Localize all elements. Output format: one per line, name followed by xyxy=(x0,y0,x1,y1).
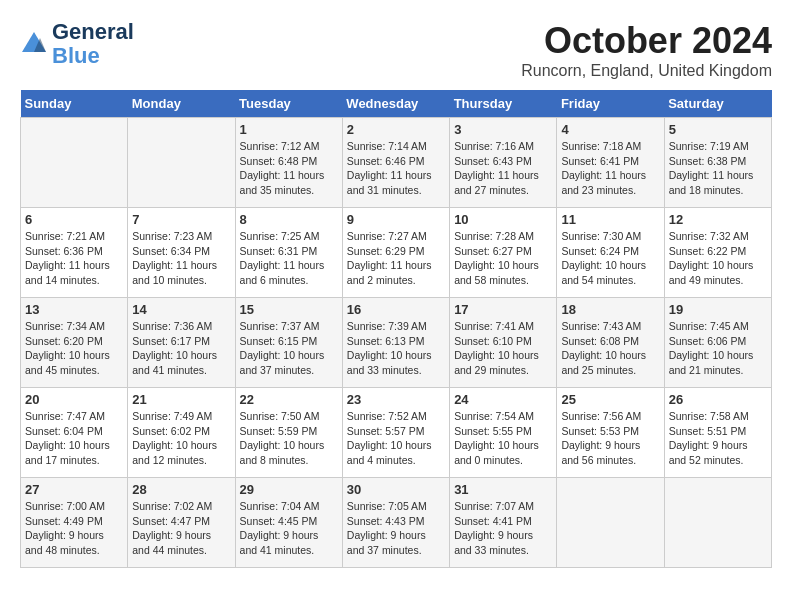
calendar-cell: 31Sunrise: 7:07 AM Sunset: 4:41 PM Dayli… xyxy=(450,478,557,568)
day-info: Sunrise: 7:16 AM Sunset: 6:43 PM Dayligh… xyxy=(454,139,552,198)
calendar-cell: 29Sunrise: 7:04 AM Sunset: 4:45 PM Dayli… xyxy=(235,478,342,568)
day-info: Sunrise: 7:49 AM Sunset: 6:02 PM Dayligh… xyxy=(132,409,230,468)
day-number: 24 xyxy=(454,392,552,407)
day-info: Sunrise: 7:19 AM Sunset: 6:38 PM Dayligh… xyxy=(669,139,767,198)
calendar-cell: 25Sunrise: 7:56 AM Sunset: 5:53 PM Dayli… xyxy=(557,388,664,478)
calendar-cell: 3Sunrise: 7:16 AM Sunset: 6:43 PM Daylig… xyxy=(450,118,557,208)
calendar-cell: 2Sunrise: 7:14 AM Sunset: 6:46 PM Daylig… xyxy=(342,118,449,208)
day-info: Sunrise: 7:14 AM Sunset: 6:46 PM Dayligh… xyxy=(347,139,445,198)
logo-text: General Blue xyxy=(52,20,134,68)
calendar-cell: 17Sunrise: 7:41 AM Sunset: 6:10 PM Dayli… xyxy=(450,298,557,388)
calendar-cell: 10Sunrise: 7:28 AM Sunset: 6:27 PM Dayli… xyxy=(450,208,557,298)
day-info: Sunrise: 7:43 AM Sunset: 6:08 PM Dayligh… xyxy=(561,319,659,378)
calendar-cell: 6Sunrise: 7:21 AM Sunset: 6:36 PM Daylig… xyxy=(21,208,128,298)
calendar-cell: 22Sunrise: 7:50 AM Sunset: 5:59 PM Dayli… xyxy=(235,388,342,478)
day-number: 13 xyxy=(25,302,123,317)
calendar-week-row: 27Sunrise: 7:00 AM Sunset: 4:49 PM Dayli… xyxy=(21,478,772,568)
day-number: 29 xyxy=(240,482,338,497)
weekday-header-tuesday: Tuesday xyxy=(235,90,342,118)
calendar-cell: 28Sunrise: 7:02 AM Sunset: 4:47 PM Dayli… xyxy=(128,478,235,568)
day-info: Sunrise: 7:36 AM Sunset: 6:17 PM Dayligh… xyxy=(132,319,230,378)
day-number: 31 xyxy=(454,482,552,497)
day-number: 12 xyxy=(669,212,767,227)
day-number: 28 xyxy=(132,482,230,497)
calendar-cell: 18Sunrise: 7:43 AM Sunset: 6:08 PM Dayli… xyxy=(557,298,664,388)
day-info: Sunrise: 7:18 AM Sunset: 6:41 PM Dayligh… xyxy=(561,139,659,198)
day-number: 9 xyxy=(347,212,445,227)
calendar-cell: 11Sunrise: 7:30 AM Sunset: 6:24 PM Dayli… xyxy=(557,208,664,298)
day-number: 8 xyxy=(240,212,338,227)
day-info: Sunrise: 7:54 AM Sunset: 5:55 PM Dayligh… xyxy=(454,409,552,468)
calendar-table: SundayMondayTuesdayWednesdayThursdayFrid… xyxy=(20,90,772,568)
day-info: Sunrise: 7:00 AM Sunset: 4:49 PM Dayligh… xyxy=(25,499,123,558)
weekday-header-saturday: Saturday xyxy=(664,90,771,118)
day-number: 26 xyxy=(669,392,767,407)
calendar-cell xyxy=(664,478,771,568)
day-number: 6 xyxy=(25,212,123,227)
calendar-cell: 14Sunrise: 7:36 AM Sunset: 6:17 PM Dayli… xyxy=(128,298,235,388)
weekday-header-sunday: Sunday xyxy=(21,90,128,118)
day-info: Sunrise: 7:56 AM Sunset: 5:53 PM Dayligh… xyxy=(561,409,659,468)
day-info: Sunrise: 7:58 AM Sunset: 5:51 PM Dayligh… xyxy=(669,409,767,468)
calendar-cell: 7Sunrise: 7:23 AM Sunset: 6:34 PM Daylig… xyxy=(128,208,235,298)
title-area: October 2024 Runcorn, England, United Ki… xyxy=(521,20,772,80)
day-info: Sunrise: 7:27 AM Sunset: 6:29 PM Dayligh… xyxy=(347,229,445,288)
calendar-cell: 26Sunrise: 7:58 AM Sunset: 5:51 PM Dayli… xyxy=(664,388,771,478)
day-number: 14 xyxy=(132,302,230,317)
day-info: Sunrise: 7:25 AM Sunset: 6:31 PM Dayligh… xyxy=(240,229,338,288)
day-info: Sunrise: 7:47 AM Sunset: 6:04 PM Dayligh… xyxy=(25,409,123,468)
day-number: 1 xyxy=(240,122,338,137)
day-info: Sunrise: 7:34 AM Sunset: 6:20 PM Dayligh… xyxy=(25,319,123,378)
day-info: Sunrise: 7:30 AM Sunset: 6:24 PM Dayligh… xyxy=(561,229,659,288)
day-number: 2 xyxy=(347,122,445,137)
calendar-week-row: 20Sunrise: 7:47 AM Sunset: 6:04 PM Dayli… xyxy=(21,388,772,478)
calendar-cell: 15Sunrise: 7:37 AM Sunset: 6:15 PM Dayli… xyxy=(235,298,342,388)
day-number: 21 xyxy=(132,392,230,407)
day-info: Sunrise: 7:04 AM Sunset: 4:45 PM Dayligh… xyxy=(240,499,338,558)
day-number: 17 xyxy=(454,302,552,317)
calendar-cell: 20Sunrise: 7:47 AM Sunset: 6:04 PM Dayli… xyxy=(21,388,128,478)
day-number: 20 xyxy=(25,392,123,407)
location: Runcorn, England, United Kingdom xyxy=(521,62,772,80)
weekday-header-thursday: Thursday xyxy=(450,90,557,118)
calendar-week-row: 6Sunrise: 7:21 AM Sunset: 6:36 PM Daylig… xyxy=(21,208,772,298)
day-info: Sunrise: 7:23 AM Sunset: 6:34 PM Dayligh… xyxy=(132,229,230,288)
calendar-cell: 24Sunrise: 7:54 AM Sunset: 5:55 PM Dayli… xyxy=(450,388,557,478)
calendar-cell: 9Sunrise: 7:27 AM Sunset: 6:29 PM Daylig… xyxy=(342,208,449,298)
page-header: General Blue October 2024 Runcorn, Engla… xyxy=(20,20,772,80)
day-info: Sunrise: 7:37 AM Sunset: 6:15 PM Dayligh… xyxy=(240,319,338,378)
calendar-cell: 4Sunrise: 7:18 AM Sunset: 6:41 PM Daylig… xyxy=(557,118,664,208)
weekday-header-row: SundayMondayTuesdayWednesdayThursdayFrid… xyxy=(21,90,772,118)
calendar-cell: 16Sunrise: 7:39 AM Sunset: 6:13 PM Dayli… xyxy=(342,298,449,388)
calendar-cell: 30Sunrise: 7:05 AM Sunset: 4:43 PM Dayli… xyxy=(342,478,449,568)
day-info: Sunrise: 7:28 AM Sunset: 6:27 PM Dayligh… xyxy=(454,229,552,288)
day-number: 3 xyxy=(454,122,552,137)
weekday-header-friday: Friday xyxy=(557,90,664,118)
day-number: 16 xyxy=(347,302,445,317)
day-number: 23 xyxy=(347,392,445,407)
calendar-cell: 1Sunrise: 7:12 AM Sunset: 6:48 PM Daylig… xyxy=(235,118,342,208)
day-info: Sunrise: 7:12 AM Sunset: 6:48 PM Dayligh… xyxy=(240,139,338,198)
day-number: 18 xyxy=(561,302,659,317)
logo-icon xyxy=(20,30,48,58)
day-info: Sunrise: 7:21 AM Sunset: 6:36 PM Dayligh… xyxy=(25,229,123,288)
calendar-cell: 27Sunrise: 7:00 AM Sunset: 4:49 PM Dayli… xyxy=(21,478,128,568)
day-info: Sunrise: 7:05 AM Sunset: 4:43 PM Dayligh… xyxy=(347,499,445,558)
day-info: Sunrise: 7:02 AM Sunset: 4:47 PM Dayligh… xyxy=(132,499,230,558)
weekday-header-monday: Monday xyxy=(128,90,235,118)
day-info: Sunrise: 7:32 AM Sunset: 6:22 PM Dayligh… xyxy=(669,229,767,288)
calendar-week-row: 13Sunrise: 7:34 AM Sunset: 6:20 PM Dayli… xyxy=(21,298,772,388)
day-info: Sunrise: 7:41 AM Sunset: 6:10 PM Dayligh… xyxy=(454,319,552,378)
day-number: 22 xyxy=(240,392,338,407)
day-number: 7 xyxy=(132,212,230,227)
day-info: Sunrise: 7:45 AM Sunset: 6:06 PM Dayligh… xyxy=(669,319,767,378)
logo: General Blue xyxy=(20,20,134,68)
calendar-week-row: 1Sunrise: 7:12 AM Sunset: 6:48 PM Daylig… xyxy=(21,118,772,208)
month-title: October 2024 xyxy=(521,20,772,62)
day-info: Sunrise: 7:50 AM Sunset: 5:59 PM Dayligh… xyxy=(240,409,338,468)
calendar-cell: 23Sunrise: 7:52 AM Sunset: 5:57 PM Dayli… xyxy=(342,388,449,478)
calendar-cell: 13Sunrise: 7:34 AM Sunset: 6:20 PM Dayli… xyxy=(21,298,128,388)
calendar-cell: 21Sunrise: 7:49 AM Sunset: 6:02 PM Dayli… xyxy=(128,388,235,478)
day-number: 19 xyxy=(669,302,767,317)
day-info: Sunrise: 7:52 AM Sunset: 5:57 PM Dayligh… xyxy=(347,409,445,468)
